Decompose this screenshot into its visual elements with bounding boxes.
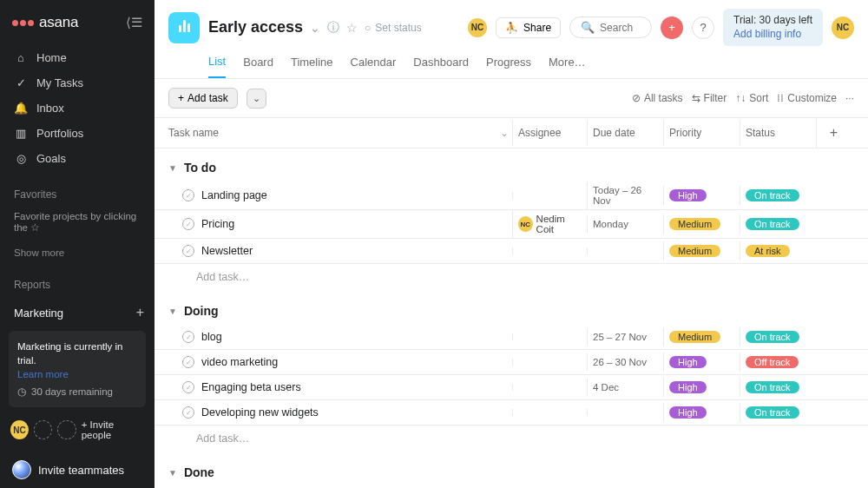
cell-assignee[interactable]	[512, 359, 587, 366]
complete-checkbox[interactable]	[182, 356, 194, 368]
task-row[interactable]: NewsletterMediumAt risk	[155, 239, 868, 264]
section-caret-icon[interactable]: ▼	[168, 307, 177, 316]
omni-add-button[interactable]: +	[661, 16, 683, 39]
all-tasks-filter[interactable]: ⊘ All tasks	[632, 92, 683, 104]
complete-checkbox[interactable]	[182, 406, 194, 419]
task-row[interactable]: blog25 – 27 NovMediumOn track	[155, 325, 868, 350]
cell-due-date[interactable]	[587, 409, 663, 416]
complete-checkbox[interactable]	[182, 245, 194, 257]
tab-more[interactable]: More…	[549, 54, 586, 77]
section-caret-icon[interactable]: ▼	[168, 468, 177, 478]
complete-checkbox[interactable]	[182, 381, 194, 393]
add-task-dropdown[interactable]: ⌄	[247, 89, 266, 109]
cell-assignee[interactable]	[512, 247, 587, 254]
complete-checkbox[interactable]	[182, 331, 194, 343]
cell-due-date[interactable]: Today – 26 Nov	[587, 181, 663, 209]
cell-status[interactable]: At risk	[740, 241, 816, 260]
project-icon[interactable]	[168, 12, 200, 43]
tab-timeline[interactable]: Timeline	[291, 54, 333, 77]
add-task-inline[interactable]: Add task…	[155, 425, 868, 453]
profile-avatar[interactable]: NC	[832, 16, 854, 39]
add-task-inline[interactable]: Add task…	[155, 264, 868, 292]
tab-progress[interactable]: Progress	[486, 54, 531, 77]
cell-priority[interactable]: High	[663, 378, 740, 397]
cell-assignee[interactable]	[512, 409, 587, 416]
chevron-down-icon[interactable]: ⌄	[310, 21, 320, 35]
task-row[interactable]: Engaging beta users4 DecHighOn track	[155, 375, 868, 400]
invite-teammates-button[interactable]: Invite teammates	[0, 452, 155, 488]
cell-priority[interactable]: Medium	[663, 327, 740, 346]
section-header[interactable]: ▼Doing	[155, 292, 868, 325]
complete-checkbox[interactable]	[182, 218, 194, 230]
project-title[interactable]: Early access	[208, 18, 303, 36]
task-row[interactable]: PricingNCNedim CoitMondayMediumOn track	[155, 210, 868, 239]
cell-due-date[interactable]: 4 Dec	[587, 379, 663, 396]
cell-priority[interactable]: High	[663, 353, 740, 372]
task-row[interactable]: Developing new widgetsHighOn track	[155, 400, 868, 425]
add-billing-link[interactable]: Add billing info	[733, 28, 812, 42]
customize-button[interactable]: ⁞⁞ Customize	[777, 92, 837, 104]
team-row[interactable]: Marketing +	[0, 298, 155, 327]
add-project-icon[interactable]: +	[136, 305, 144, 320]
col-status[interactable]: Status	[740, 120, 816, 146]
add-column-button[interactable]: +	[816, 118, 851, 148]
tab-list[interactable]: List	[208, 53, 226, 78]
col-task-name[interactable]: Task name ⌄	[168, 120, 512, 146]
col-due-date[interactable]: Due date	[587, 120, 663, 146]
search-box[interactable]: 🔍	[569, 16, 652, 38]
sidebar-item-goals[interactable]: ◎Goals	[0, 146, 155, 171]
cell-due-date[interactable]	[587, 247, 663, 254]
cell-status[interactable]: On track	[740, 403, 816, 422]
tab-calendar[interactable]: Calendar	[351, 54, 397, 77]
cell-assignee[interactable]	[512, 192, 587, 199]
asana-logo[interactable]: asana	[12, 14, 78, 31]
search-input[interactable]	[600, 22, 648, 34]
section-header[interactable]: ▼To do	[155, 148, 868, 181]
cell-assignee[interactable]: NCNedim Coit	[512, 210, 587, 238]
tab-dashboard[interactable]: Dashboard	[413, 54, 469, 77]
task-row[interactable]: Landing pageToday – 26 NovHighOn track	[155, 181, 868, 210]
sidebar-item-portfolios[interactable]: ▥Portfolios	[0, 121, 155, 146]
info-icon[interactable]: ⓘ	[327, 20, 339, 36]
user-avatar[interactable]: NC	[10, 420, 29, 439]
col-assignee[interactable]: Assignee	[512, 120, 587, 146]
filter-button[interactable]: ⇆ Filter	[692, 92, 727, 104]
cell-priority[interactable]: High	[663, 186, 740, 205]
collapse-sidebar-icon[interactable]: ⟨☰	[126, 15, 142, 30]
more-actions-button[interactable]: ···	[845, 92, 854, 104]
chevron-down-icon[interactable]: ⌄	[496, 127, 512, 139]
add-task-button[interactable]: + Add task	[168, 88, 238, 109]
empty-avatar-icon[interactable]	[34, 420, 52, 439]
sort-button[interactable]: ↑↓ Sort	[735, 92, 768, 104]
section-header[interactable]: ▼Done	[155, 453, 868, 486]
cell-status[interactable]: Off track	[740, 353, 816, 372]
cell-assignee[interactable]	[512, 384, 587, 391]
cell-priority[interactable]: Medium	[663, 214, 740, 234]
section-caret-icon[interactable]: ▼	[168, 163, 177, 173]
cell-status[interactable]: On track	[740, 186, 816, 205]
help-button[interactable]: ?	[692, 16, 714, 39]
cell-priority[interactable]: Medium	[663, 241, 740, 260]
complete-checkbox[interactable]	[182, 189, 194, 201]
header-user-avatar[interactable]: NC	[468, 18, 487, 37]
trial-banner[interactable]: Trial: 30 days left Add billing info	[723, 9, 823, 46]
col-priority[interactable]: Priority	[663, 120, 740, 146]
cell-due-date[interactable]: 25 – 27 Nov	[587, 328, 663, 346]
star-icon[interactable]: ☆	[346, 21, 358, 35]
invite-people-link[interactable]: + Invite people	[82, 419, 144, 440]
show-more-link[interactable]: Show more	[0, 239, 155, 267]
task-row[interactable]: video marketing26 – 30 NovHighOff track	[155, 350, 868, 375]
cell-assignee[interactable]	[512, 333, 587, 340]
cell-status[interactable]: On track	[740, 327, 816, 346]
cell-due-date[interactable]: 26 – 30 Nov	[587, 353, 663, 371]
trial-learn-more-link[interactable]: Learn more	[17, 367, 137, 381]
cell-due-date[interactable]: Monday	[587, 215, 663, 233]
sidebar-item-my-tasks[interactable]: ✓My Tasks	[0, 70, 155, 96]
sidebar-item-inbox[interactable]: 🔔Inbox	[0, 96, 155, 121]
cell-status[interactable]: On track	[740, 214, 816, 234]
set-status-button[interactable]: ○Set status	[365, 22, 422, 34]
cell-priority[interactable]: High	[663, 403, 740, 422]
share-button[interactable]: ⛹Share	[496, 17, 561, 38]
empty-avatar-icon[interactable]	[57, 420, 76, 439]
sidebar-item-home[interactable]: ⌂Home	[0, 45, 155, 70]
